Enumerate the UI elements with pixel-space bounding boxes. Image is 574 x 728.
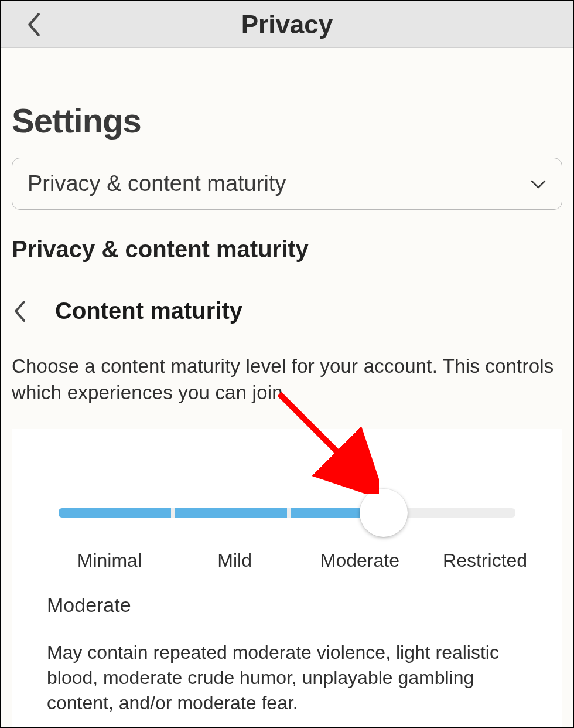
slider-label-minimal: Minimal xyxy=(47,550,172,571)
slider-label-restricted: Restricted xyxy=(422,550,548,571)
slider-segment xyxy=(175,508,287,518)
back-button[interactable] xyxy=(25,12,42,38)
subsection-description: Choose a content maturity level for your… xyxy=(12,353,562,406)
header-title: Privacy xyxy=(1,10,573,39)
settings-section-dropdown[interactable]: Privacy & content maturity xyxy=(12,158,562,210)
slider-label-mild: Mild xyxy=(172,550,298,571)
slider-thumb[interactable] xyxy=(360,489,408,537)
maturity-slider[interactable] xyxy=(59,508,515,518)
section-heading: Privacy & content maturity xyxy=(12,236,562,263)
selected-level-description: May contain repeated moderate violence, … xyxy=(47,640,527,716)
slider-labels: Minimal Mild Moderate Restricted xyxy=(47,550,548,571)
header-bar: Privacy xyxy=(1,1,573,48)
chevron-down-icon xyxy=(530,179,546,189)
dropdown-label: Privacy & content maturity xyxy=(28,171,286,196)
slider-label-moderate: Moderate xyxy=(298,550,423,571)
chevron-left-icon xyxy=(25,12,42,38)
subsection-header: Content maturity xyxy=(12,298,562,324)
maturity-slider-card: Minimal Mild Moderate Restricted Moderat… xyxy=(12,429,562,728)
slider-segment xyxy=(59,508,171,518)
chevron-left-icon[interactable] xyxy=(12,300,27,323)
page-title: Settings xyxy=(12,101,562,140)
selected-level-title: Moderate xyxy=(47,594,527,617)
subsection-title: Content maturity xyxy=(55,298,242,324)
